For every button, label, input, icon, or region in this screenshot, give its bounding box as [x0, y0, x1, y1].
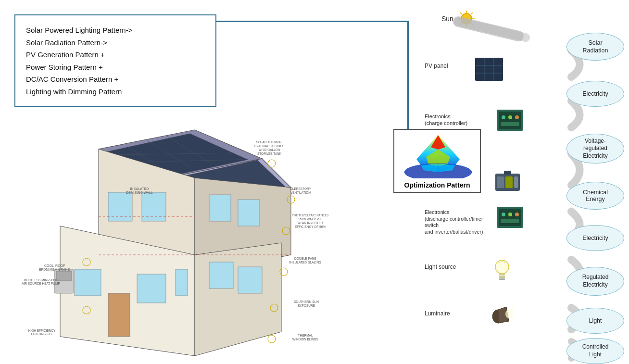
svg-marker-115 [509, 305, 514, 322]
svg-text:SOLAR THERMAL: SOLAR THERMAL [256, 140, 283, 144]
svg-text:VENTILATION: VENTILATION [290, 191, 311, 194]
svg-text:DEMISING WALL: DEMISING WALL [126, 191, 152, 194]
electronics-discharge-image [497, 207, 523, 228]
svg-point-90 [502, 115, 505, 119]
pv-panel-label: PV panel [425, 63, 448, 69]
oval-voltage-electricity: Voltage-regulatedElectricity [566, 134, 624, 163]
pattern-list-box: Solar Powered Lighting Pattern-> Solar R… [14, 14, 216, 107]
svg-rect-95 [504, 171, 511, 175]
svg-point-103 [515, 213, 519, 216]
pattern-list-text: Solar Powered Lighting Pattern-> Solar R… [26, 24, 205, 98]
svg-text:15.85 WATTS/SF: 15.85 WATTS/SF [298, 217, 322, 221]
svg-text:STORAGE TANK: STORAGE TANK [257, 152, 282, 155]
svg-rect-26 [56, 271, 72, 281]
svg-rect-83 [475, 58, 503, 81]
svg-rect-104 [501, 219, 519, 223]
connector-vertical [407, 21, 409, 129]
light-source-label: Light source [425, 264, 456, 270]
svg-rect-17 [137, 274, 166, 303]
svg-text:CLERESTORY: CLERESTORY [290, 187, 311, 190]
electronics-charge-label: Electronics(charge controller) [425, 113, 492, 127]
electronics-discharge-label: Electronics(discharge controller/timer s… [425, 209, 496, 236]
svg-rect-15 [108, 293, 130, 337]
svg-text:HIGH EFFICIENCY: HIGH EFFICIENCY [28, 329, 56, 332]
svg-point-67 [268, 160, 276, 167]
svg-text:DOUBLE PANE: DOUBLE PANE [294, 257, 316, 260]
svg-text:SUPER INSULATED: SUPER INSULATED [43, 355, 73, 356]
svg-text:DUCTLESS MINI-SPLIT: DUCTLESS MINI-SPLIT [24, 278, 58, 282]
svg-rect-108 [499, 278, 505, 280]
svg-point-72 [268, 335, 276, 343]
svg-text:W/ 80 GALLON: W/ 80 GALLON [258, 148, 280, 151]
electronics-charge-image [497, 110, 523, 131]
svg-text:INSULATED: INSULATED [130, 187, 149, 190]
svg-text:THERMAL: THERMAL [298, 334, 313, 337]
svg-marker-12 [195, 243, 281, 356]
svg-rect-19 [209, 195, 231, 221]
svg-rect-16 [75, 269, 101, 296]
svg-text:W/ AN INVERTER: W/ AN INVERTER [298, 221, 323, 225]
svg-rect-89 [499, 112, 521, 129]
oval-solar-radiation: SolarRadiation [566, 33, 624, 61]
svg-text:'COOL' ROOF: 'COOL' ROOF [44, 264, 65, 267]
svg-rect-22 [238, 267, 262, 293]
svg-rect-20 [238, 200, 260, 226]
svg-text:WINDOW BLINDS: WINDOW BLINDS [292, 338, 318, 341]
pv-panel-image [475, 58, 503, 81]
svg-text:LIGHTING CFL: LIGHTING CFL [31, 332, 53, 336]
svg-text:EVACUATED TUBES: EVACUATED TUBES [254, 144, 285, 148]
oval-regulated-electricity: RegulatedElectricity [566, 267, 624, 296]
svg-text:SOUTHERN SUN: SOUTHERN SUN [294, 300, 319, 303]
oval-light: Light [566, 308, 624, 334]
svg-point-91 [508, 115, 512, 119]
svg-text:EXPOSURE: EXPOSURE [298, 304, 315, 307]
svg-point-92 [515, 115, 519, 119]
svg-rect-98 [514, 176, 518, 188]
svg-text:PHOTOVOLTAIC PANELS: PHOTOVOLTAIC PANELS [292, 213, 329, 217]
svg-rect-106 [499, 274, 505, 276]
bulb-image [492, 257, 512, 282]
svg-text:INSULATED GLAZING: INSULATED GLAZING [289, 261, 321, 264]
optimization-pattern-label: Optimization Pattern [397, 181, 477, 189]
svg-rect-97 [505, 176, 513, 188]
oval-electricity-2: Electricity [566, 225, 624, 251]
svg-rect-107 [499, 276, 505, 278]
svg-rect-18 [176, 269, 188, 296]
svg-point-101 [502, 213, 505, 216]
svg-text:EFFICIENCY OF 96%: EFFICIENCY OF 96% [295, 225, 326, 228]
svg-text:EPDM MEM BRAKE: EPDM MEM BRAKE [39, 268, 70, 271]
luminaire-image [490, 303, 514, 326]
svg-rect-93 [501, 122, 519, 126]
house-svg: ♻ 'COOL' ROOF EPDM MEM BRAKE INSULATED D… [12, 120, 349, 356]
battery-image [494, 171, 521, 194]
oval-controlled-light: ControlledLight [566, 338, 624, 364]
svg-point-105 [495, 260, 509, 274]
optimization-pattern-box: Optimization Pattern [393, 129, 481, 193]
optimization-chart [397, 133, 479, 178]
svg-point-102 [508, 213, 512, 216]
svg-rect-96 [497, 176, 504, 188]
svg-rect-13 [108, 192, 132, 221]
house-diagram: ♻ 'COOL' ROOF EPDM MEM BRAKE INSULATED D… [12, 120, 349, 356]
svg-text:AIR SOURCE HEAT PUMP: AIR SOURCE HEAT PUMP [22, 282, 60, 285]
svg-rect-21 [209, 262, 233, 289]
oval-electricity-1: Electricity [566, 81, 624, 107]
oval-chemical-energy: ChemicalEnergy [566, 182, 624, 210]
svg-rect-14 [142, 192, 166, 221]
luminaire-label: Luminaire [425, 310, 450, 317]
svg-rect-100 [499, 209, 521, 226]
